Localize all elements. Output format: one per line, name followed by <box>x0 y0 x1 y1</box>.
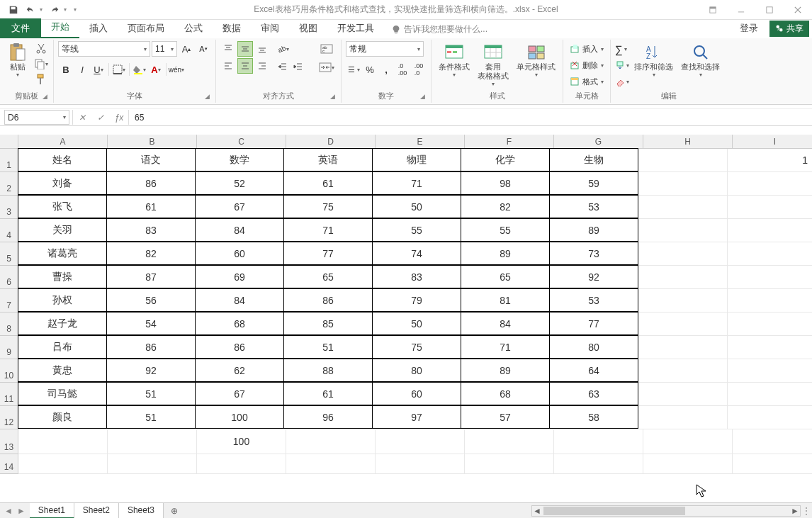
cell-F8[interactable]: 84 <box>461 312 550 335</box>
cell-D2[interactable]: 61 <box>283 171 373 195</box>
wrap-text-button[interactable]: abc <box>317 41 337 57</box>
row-headers[interactable]: 1234567891011121314 <box>0 149 18 474</box>
accounting-format-button[interactable]: ☰▾ <box>346 62 361 77</box>
decrease-decimal-button[interactable]: .00.0 <box>411 62 427 77</box>
format-as-table-button[interactable]: 套用 表格格式▾ <box>475 41 512 89</box>
scroll-left-arrow[interactable]: ◄ <box>532 506 542 516</box>
cell-F9[interactable]: 71 <box>461 335 550 359</box>
insert-function-button[interactable]: ƒx <box>110 110 128 125</box>
cell-B4[interactable]: 83 <box>106 218 196 242</box>
tab-insert[interactable]: 插入 <box>79 18 118 38</box>
cancel-formula-button[interactable]: ✕ <box>73 110 91 125</box>
cell-G10[interactable]: 64 <box>549 359 638 382</box>
cell-I6[interactable] <box>728 266 812 289</box>
align-bottom-button[interactable] <box>254 41 270 57</box>
align-top-button[interactable] <box>220 41 236 57</box>
cell-E8[interactable]: 50 <box>372 312 461 335</box>
col-header-H[interactable]: H <box>643 135 733 149</box>
cell-A13[interactable] <box>18 429 108 454</box>
cell-C6[interactable]: 69 <box>195 265 284 288</box>
cell-C12[interactable]: 100 <box>195 405 284 429</box>
cell-G13[interactable] <box>554 429 643 454</box>
tab-data[interactable]: 数据 <box>213 18 251 38</box>
row-header-8[interactable]: 8 <box>0 313 18 336</box>
cell-E11[interactable]: 60 <box>372 382 461 405</box>
cell-H7[interactable] <box>638 289 728 313</box>
cell-D6[interactable]: 65 <box>283 265 373 288</box>
clipboard-dialog-launcher[interactable]: ◢ <box>40 93 49 101</box>
maximize-button[interactable] <box>755 0 784 20</box>
font-size-select[interactable]: 11▾ <box>152 41 177 57</box>
sort-filter-button[interactable]: AZ 排序和筛选▾ <box>631 41 676 79</box>
redo-dropdown[interactable]: ▾ <box>64 6 69 13</box>
cell-D14[interactable] <box>286 454 376 474</box>
tab-view[interactable]: 视图 <box>289 18 327 38</box>
cell-E2[interactable]: 71 <box>372 171 461 195</box>
format-painter-button[interactable] <box>33 72 49 86</box>
row-header-14[interactable]: 14 <box>0 454 18 474</box>
cell-G9[interactable]: 80 <box>549 335 638 359</box>
cell-C11[interactable]: 67 <box>195 382 284 405</box>
col-header-F[interactable]: F <box>465 135 554 149</box>
merge-center-button[interactable]: ▾ <box>317 60 337 75</box>
orientation-button[interactable]: ab▾ <box>275 41 291 57</box>
cell-F14[interactable] <box>465 454 554 474</box>
insert-cells-button[interactable]: 插入 ▾ <box>568 41 606 57</box>
cell-G1[interactable]: 生物 <box>549 148 638 171</box>
cell-A7[interactable]: 孙权 <box>18 288 107 312</box>
row-header-10[interactable]: 10 <box>0 359 18 383</box>
scroll-right-arrow[interactable]: ► <box>790 506 800 516</box>
copy-button[interactable]: ▾ <box>33 57 49 71</box>
cell-H4[interactable] <box>638 219 728 242</box>
cell-A11[interactable]: 司马懿 <box>18 382 107 405</box>
decrease-indent-button[interactable] <box>275 60 291 75</box>
fill-color-button[interactable]: ▾ <box>132 62 147 77</box>
formula-input[interactable]: 65 <box>129 110 812 125</box>
cell-I8[interactable] <box>728 313 812 336</box>
row-header-12[interactable]: 12 <box>0 406 18 429</box>
cell-I5[interactable] <box>728 242 812 266</box>
row-header-13[interactable]: 13 <box>0 429 18 454</box>
autosum-button[interactable]: ∑▾ <box>615 41 629 57</box>
cell-D5[interactable]: 77 <box>283 242 373 265</box>
cell-F12[interactable]: 57 <box>461 405 550 429</box>
cell-A2[interactable]: 刘备 <box>18 171 107 195</box>
close-button[interactable] <box>784 0 812 20</box>
row-header-2[interactable]: 2 <box>0 172 18 196</box>
cell-A4[interactable]: 关羽 <box>18 218 107 242</box>
align-middle-button[interactable] <box>237 41 253 57</box>
underline-button[interactable]: U▾ <box>91 62 106 77</box>
cell-E4[interactable]: 55 <box>372 218 461 242</box>
cell-F1[interactable]: 化学 <box>461 148 550 171</box>
cell-B1[interactable]: 语文 <box>106 148 196 171</box>
cell-I9[interactable] <box>728 336 812 359</box>
alignment-dialog-launcher[interactable]: ◢ <box>328 93 337 101</box>
minimize-button[interactable] <box>727 0 755 20</box>
col-header-I[interactable]: I <box>733 135 812 149</box>
cell-B13[interactable] <box>108 429 197 454</box>
cell-B10[interactable]: 92 <box>106 359 196 382</box>
cell-E10[interactable]: 80 <box>372 359 461 382</box>
cell-I14[interactable] <box>733 454 812 474</box>
cell-D8[interactable]: 85 <box>283 312 373 335</box>
col-header-A[interactable]: A <box>18 135 108 149</box>
cell-B14[interactable] <box>108 454 197 474</box>
col-header-C[interactable]: C <box>197 135 286 149</box>
cell-E13[interactable] <box>376 429 465 454</box>
cell-B11[interactable]: 51 <box>106 382 196 405</box>
fill-button[interactable]: ▾ <box>615 57 629 73</box>
select-all-corner[interactable] <box>0 135 18 149</box>
increase-font-button[interactable]: A▴ <box>179 41 194 57</box>
font-dialog-launcher[interactable]: ◢ <box>203 93 211 101</box>
share-button[interactable]: 共享 <box>769 21 809 37</box>
cell-F7[interactable]: 81 <box>461 288 550 312</box>
cell-A3[interactable]: 张飞 <box>18 195 107 218</box>
cell-G11[interactable]: 63 <box>549 382 638 405</box>
cell-I2[interactable] <box>728 172 812 196</box>
border-button[interactable]: ▾ <box>111 62 127 77</box>
percent-button[interactable]: % <box>362 62 378 77</box>
undo-button[interactable] <box>23 2 38 18</box>
sheet-tab-sheet2[interactable]: Sheet2 <box>74 503 119 519</box>
sheet-tab-sheet3[interactable]: Sheet3 <box>119 503 164 519</box>
cell-H10[interactable] <box>638 359 728 383</box>
